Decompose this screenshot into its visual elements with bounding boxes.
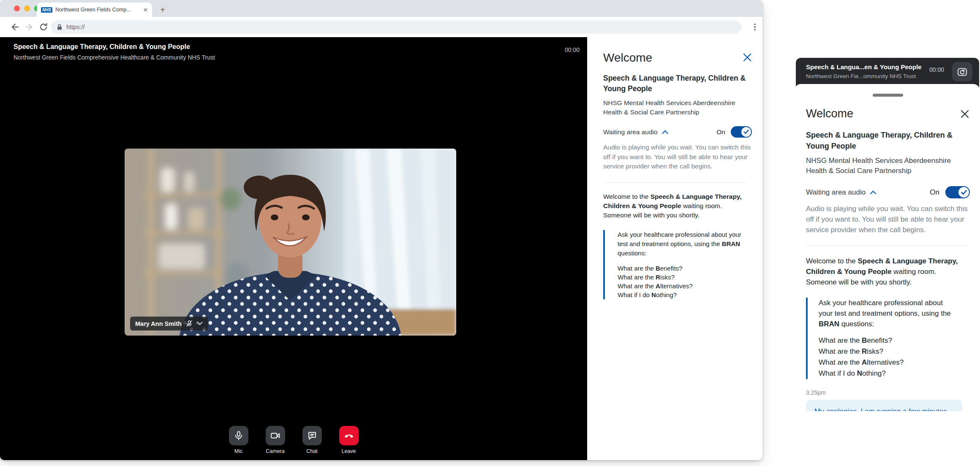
camera-icon[interactable] <box>266 426 285 445</box>
waiting-audio-toggle[interactable] <box>731 126 752 138</box>
url-text: https:// <box>66 24 85 30</box>
bran-questions: What are the Benefits? What are the Risk… <box>618 264 744 299</box>
waiting-audio-description: Audio is playing while you wait. You can… <box>603 143 752 171</box>
mic-button[interactable]: Mic <box>226 426 251 454</box>
toggle-check-icon <box>741 127 751 137</box>
bran-question: What are the Alternatives? <box>819 357 958 368</box>
back-icon[interactable] <box>10 22 19 32</box>
phone-waiting-audio-toggle[interactable] <box>945 186 970 198</box>
window-controls <box>14 5 40 11</box>
chat-icon[interactable] <box>302 426 322 445</box>
browser-content: Speech & Language Therapy, Children & Yo… <box>0 37 762 460</box>
phone-call-timer: 00:00 <box>929 66 944 73</box>
minimize-window-button[interactable] <box>24 5 30 11</box>
chat-label: Chat <box>306 448 317 454</box>
audio-state-label: On <box>716 128 725 136</box>
participant-name: Mary Ann Smith <box>135 320 182 327</box>
mic-label: Mic <box>234 448 242 454</box>
reload-icon[interactable] <box>39 22 48 32</box>
url-bar[interactable]: https:// <box>51 20 741 34</box>
bran-question: What if I do Nothing? <box>618 290 744 299</box>
browser-menu-icon[interactable] <box>750 22 760 32</box>
flip-camera-icon <box>957 66 968 77</box>
chat-message-bubble: My apologies. I am running a few minutes… <box>806 400 962 411</box>
panel-close-icon[interactable] <box>743 53 752 62</box>
video-call-area: Speech & Language Therapy, Children & Yo… <box>0 37 587 460</box>
tab-close-icon[interactable]: ✕ <box>143 7 148 13</box>
panel-divider <box>603 182 747 183</box>
self-video-frame: Mary Ann Smith <box>125 149 456 336</box>
lock-icon <box>57 24 63 30</box>
welcome-message: Welcome to the Speech & Language Therapy… <box>603 192 751 220</box>
phone-toggle-check-icon <box>958 187 969 198</box>
service-subtitle: NHSG Mental Health Services Aberdeenshir… <box>603 98 749 117</box>
tab-title: Northwest Green Fields Comp... <box>55 7 141 13</box>
participant-name-pill[interactable]: Mary Ann Smith <box>130 317 208 331</box>
bran-question: What are the Risks? <box>618 273 744 282</box>
forward-icon[interactable] <box>24 22 34 32</box>
panel-heading: Welcome <box>603 51 652 65</box>
phone-audio-state-label: On <box>930 188 939 197</box>
phone-service-subtitle: NHSG Mental Health Services Aberdeenshir… <box>806 156 970 176</box>
bran-question: What are the Benefits? <box>819 335 958 346</box>
phone-panel-heading: Welcome <box>806 107 853 120</box>
leave-call-icon[interactable] <box>339 426 359 445</box>
browser-tab[interactable]: NHS Northwest Green Fields Comp... ✕ <box>37 3 152 17</box>
waiting-audio-row: Waiting area audio On <box>603 126 752 138</box>
call-subtitle: Northwest Green Fields Comprehensive Hea… <box>14 54 215 61</box>
leave-button[interactable]: Leave <box>336 426 362 454</box>
chevron-up-icon[interactable] <box>662 130 668 134</box>
mic-muted-icon <box>185 320 193 328</box>
close-window-button[interactable] <box>14 5 20 11</box>
bran-question: What are the Benefits? <box>618 264 744 273</box>
waiting-audio-label: Waiting area audio <box>603 128 658 136</box>
nhs-favicon: NHS <box>41 7 52 13</box>
sheet-drag-handle[interactable] <box>873 94 903 97</box>
bran-question: What are the Risks? <box>819 346 958 357</box>
phone-panel-close-icon[interactable] <box>960 109 970 119</box>
phone-service-title: Speech & Language Therapy, Children & Yo… <box>806 130 970 152</box>
call-timer: 00:00 <box>565 46 580 53</box>
phone-chevron-up-icon[interactable] <box>870 190 877 195</box>
chat-timestamp: 3.25pm <box>806 389 970 396</box>
phone-bran-intro: Ask your healthcare professional about y… <box>819 298 958 329</box>
call-title: Speech & Language Therapy, Children & Yo… <box>14 43 190 51</box>
bran-question: What if I do Nothing? <box>819 368 958 379</box>
phone-welcome-message: Welcome to the Speech & Language Therapy… <box>806 256 966 287</box>
flip-camera-button[interactable] <box>952 62 972 81</box>
phone-call-subtitle: Northwest Green Fie...ommunity NHS Trust <box>806 73 916 79</box>
welcome-panel: Welcome Speech & Language Therapy, Child… <box>587 37 762 460</box>
browser-toolbar: https:// <box>0 17 762 37</box>
camera-label: Camera <box>266 448 284 454</box>
call-controls: Mic Camera <box>0 426 587 454</box>
phone-waiting-audio-label: Waiting area audio <box>806 188 866 197</box>
phone-waiting-audio-description: Audio is playing while you wait. You can… <box>806 203 970 235</box>
participant-video <box>125 149 456 336</box>
phone-call-title: Speech & Langua...en & Young People <box>806 63 922 70</box>
phone-bran-questions: What are the Benefits? What are the Risk… <box>819 335 958 379</box>
browser-window: NHS Northwest Green Fields Comp... ✕ + h… <box>0 0 762 460</box>
bran-intro: Ask your healthcare professional about y… <box>618 230 744 258</box>
service-title: Speech & Language Therapy, Children & Yo… <box>603 73 749 94</box>
phone-welcome-sheet: Welcome Speech & Language Therapy, Child… <box>794 84 980 411</box>
phone-waiting-audio-row: Waiting area audio On <box>806 186 970 198</box>
browser-tab-strip: NHS Northwest Green Fields Comp... ✕ + <box>0 0 762 17</box>
bran-question: What are the Alternatives? <box>618 282 744 290</box>
phone-panel-divider <box>806 245 970 246</box>
phone-bran-blockquote: Ask your healthcare professional about y… <box>806 298 958 379</box>
mic-icon[interactable] <box>229 426 248 445</box>
bran-blockquote: Ask your healthcare professional about y… <box>603 230 744 299</box>
leave-label: Leave <box>341 448 356 454</box>
camera-button[interactable]: Camera <box>263 426 288 454</box>
chat-button[interactable]: Chat <box>299 426 325 454</box>
screenshot-canvas: NHS Northwest Green Fields Comp... ✕ + h… <box>0 0 980 466</box>
chevron-down-icon[interactable] <box>197 322 203 325</box>
new-tab-button[interactable]: + <box>157 4 168 15</box>
